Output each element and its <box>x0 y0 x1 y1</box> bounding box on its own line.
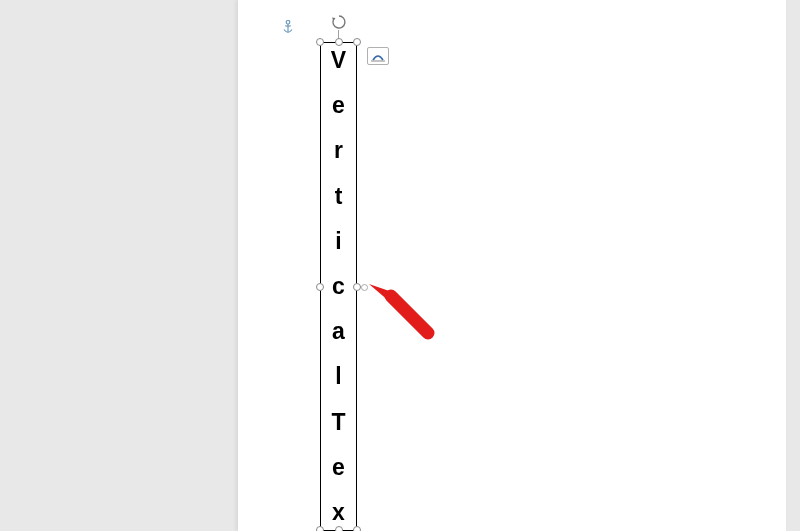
resize-handle-bottom-middle[interactable] <box>335 526 343 531</box>
vertical-textbox[interactable]: V e r t i c a l T e x <box>320 42 357 531</box>
adjustment-handle[interactable] <box>361 284 368 291</box>
textbox-char: e <box>332 456 345 479</box>
svg-point-0 <box>286 20 290 24</box>
resize-handle-top-left[interactable] <box>316 38 324 46</box>
rotate-handle-icon[interactable] <box>331 14 347 30</box>
textbox-char: r <box>334 139 343 162</box>
textbox-char: l <box>335 365 341 388</box>
textbox-char: T <box>331 411 345 434</box>
resize-handle-middle-right[interactable] <box>353 283 361 291</box>
resize-handle-bottom-right[interactable] <box>353 526 361 531</box>
textbox-char: i <box>335 230 341 253</box>
textbox-char: a <box>332 320 345 343</box>
textbox-char: x <box>332 501 345 524</box>
textbox-char: V <box>331 49 346 72</box>
anchor-icon <box>283 20 293 34</box>
textbox-char: c <box>332 275 345 298</box>
resize-handle-top-middle[interactable] <box>335 38 343 46</box>
textbox-char: e <box>332 94 345 117</box>
layout-options-icon[interactable] <box>367 47 389 65</box>
resize-handle-top-right[interactable] <box>353 38 361 46</box>
resize-handle-bottom-left[interactable] <box>316 526 324 531</box>
textbox-char: t <box>335 185 343 208</box>
resize-handle-middle-left[interactable] <box>316 283 324 291</box>
